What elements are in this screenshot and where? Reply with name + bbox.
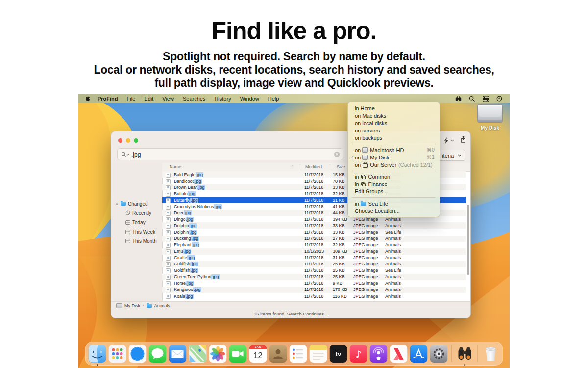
dock-icon-calendar[interactable]: JAN12: [249, 345, 267, 363]
zoom-button[interactable]: [134, 138, 138, 143]
dock-icon-profind[interactable]: [456, 345, 474, 363]
search-input-value[interactable]: .jpg: [131, 151, 141, 158]
dock-icon-safari[interactable]: [129, 345, 147, 363]
hero-title: Find like a pro.: [0, 17, 588, 45]
folder-icon: [361, 202, 366, 206]
profind-status-icon[interactable]: [455, 95, 462, 102]
dock-icon-tv[interactable]: tv: [330, 345, 347, 363]
apple-menu-icon[interactable]: [84, 95, 90, 102]
menu-item-mac-disks[interactable]: on Mac disks: [348, 112, 440, 119]
dock-icon-settings[interactable]: [430, 345, 448, 363]
table-row[interactable]: Emu.jpg 10/1/2023 309 KB JPEG image Anim…: [162, 248, 466, 255]
menu-item-finance[interactable]: in Finance: [348, 181, 440, 188]
dock-icon-appstore[interactable]: [410, 345, 428, 363]
desktop-disk-mydisk[interactable]: My Disk: [474, 104, 506, 131]
sidebar-item-recently[interactable]: Recently: [125, 210, 151, 216]
table-row[interactable]: Dolphin.jpg 11/7/2018 33 KB JPEG image A…: [162, 222, 466, 229]
col-header-name[interactable]: Name: [170, 164, 181, 169]
sidebar-item-this-month[interactable]: This Month: [125, 237, 156, 244]
sidebar-item-today[interactable]: Today: [125, 219, 146, 226]
table-row[interactable]: Elephant.jpg 11/7/2018 32 KB JPEG image …: [162, 242, 466, 248]
disclosure-chevron-icon[interactable]: ▼: [115, 202, 119, 205]
table-row[interactable]: Duckling.jpg 11/7/2018 27 KB JPEG image …: [162, 236, 466, 242]
menu-item-common[interactable]: in Common: [348, 173, 440, 181]
menubar-item-window[interactable]: Window: [236, 96, 264, 102]
col-header-size[interactable]: Size: [337, 164, 345, 169]
minimize-button[interactable]: [126, 138, 130, 143]
scrollbar-thumb[interactable]: [467, 205, 469, 275]
menu-item-macintosh-hd[interactable]: on Macintosh HD ⌘0: [348, 146, 440, 154]
menu-item-backups[interactable]: on backups: [348, 134, 440, 142]
path-item[interactable]: Animals: [154, 303, 170, 308]
menubar-item-view[interactable]: View: [158, 96, 178, 102]
traffic-lights: [118, 138, 138, 143]
sort-ascending-icon[interactable]: ⌃: [291, 164, 294, 169]
spotlight-icon[interactable]: [468, 95, 475, 102]
col-header-modified[interactable]: Modified: [305, 164, 322, 169]
menubar-item-searches[interactable]: Searches: [178, 96, 210, 102]
control-center-icon[interactable]: [482, 95, 489, 102]
hero-subtitle-line2: Local or network disks, recent locations…: [0, 63, 588, 77]
dock-icon-photos[interactable]: [209, 345, 227, 363]
dock-icon-maps[interactable]: [189, 345, 207, 363]
dock-icon-trash[interactable]: [482, 345, 500, 363]
menubar-item-file[interactable]: File: [122, 96, 140, 102]
calendar-month-label: JAN: [249, 345, 267, 349]
dock-icon-contacts[interactable]: [270, 345, 287, 363]
menu-item-local-disks[interactable]: on local disks: [348, 119, 440, 127]
disk-icon: [362, 147, 368, 153]
hero-section: Find like a pro. Spotlight not required.…: [0, 17, 588, 90]
menu-item-our-server[interactable]: on Our Server (Cached 12/1): [348, 161, 440, 168]
table-row[interactable]: Green Tree Python.jpg 11/7/2018 25 KB JP…: [162, 274, 466, 280]
menu-item-choose-location-[interactable]: Choose Location...: [348, 207, 440, 214]
clear-search-icon[interactable]: ✕: [334, 152, 340, 157]
menubar-item-edit[interactable]: Edit: [140, 96, 158, 102]
jpeg-file-icon: [166, 262, 171, 267]
table-row[interactable]: Dolphin.jpg 11/7/2018 33 KB JPEG image S…: [162, 229, 466, 235]
table-row[interactable]: Giraffe.jpg 11/7/2018 31 KB JPEG image A…: [162, 255, 466, 261]
menu-item-home[interactable]: in Home: [348, 105, 440, 112]
dock-icon-messages[interactable]: [149, 345, 167, 363]
table-row[interactable]: Horse.jpg 11/7/2018 9 KB JPEG image Anim…: [162, 280, 466, 287]
dock-icon-news[interactable]: [390, 345, 408, 363]
running-indicator-dot: [464, 364, 466, 366]
menubar-item-help[interactable]: Help: [264, 96, 284, 102]
search-icon[interactable]: [121, 152, 129, 157]
table-row[interactable]: Kangaroo.jpg 11/7/2018 170 KB JPEG image…: [162, 287, 466, 293]
dock-icon-launchpad[interactable]: [109, 345, 126, 363]
jpeg-file-icon: [166, 237, 171, 241]
dock-icon-notes[interactable]: [310, 345, 327, 363]
close-button[interactable]: [118, 138, 122, 143]
calendar-icon: [125, 239, 130, 243]
sidebar-item-changed[interactable]: ▼Changed: [115, 200, 148, 207]
dock-icon-reminders[interactable]: [290, 345, 307, 363]
menu-item-servers[interactable]: on servers: [348, 127, 440, 134]
sidebar-item-this-week[interactable]: This Week: [125, 228, 155, 235]
menu-item-sea-life[interactable]: in Sea Life: [348, 200, 440, 207]
menu-item-my-disk[interactable]: ✓ on My Disk ⌘1: [348, 154, 440, 161]
menu-separator: [352, 144, 436, 144]
dock-icon-facetime[interactable]: [229, 345, 247, 363]
menubar-app-name[interactable]: ProFind: [93, 96, 122, 102]
search-field[interactable]: .jpg ✕: [117, 148, 343, 160]
share-button[interactable]: [460, 135, 466, 145]
dock-icon-finder[interactable]: [89, 345, 106, 363]
dock-icon-mail[interactable]: [169, 345, 187, 363]
dock-icon-podcasts[interactable]: [370, 345, 388, 363]
svg-text:tv: tv: [336, 350, 342, 358]
status-bar: 36 items found. Search Continues...: [111, 309, 470, 318]
menubar-item-history[interactable]: History: [210, 96, 235, 102]
menu-item-edit-groups-[interactable]: Edit Groups...: [348, 188, 440, 195]
dock-icon-music[interactable]: ♪: [350, 345, 368, 363]
clock-icon[interactable]: [496, 95, 503, 102]
path-item[interactable]: My Disk: [124, 303, 140, 308]
table-row[interactable]: Goldfish.jpg 11/7/2018 25 KB JPEG image …: [162, 261, 466, 267]
jpeg-file-icon: [166, 179, 171, 184]
table-row[interactable]: Koala.jpg 11/7/2018 116 KB JPEG image An…: [162, 293, 466, 299]
disk-icon: [362, 155, 368, 160]
jpeg-file-icon: [166, 217, 171, 222]
jpeg-file-icon: [166, 249, 171, 254]
actions-button[interactable]: [443, 137, 454, 144]
table-row[interactable]: Goldfish.jpg 11/7/2018 25 KB JPEG image …: [162, 267, 466, 274]
calendar-day-label: 12: [249, 349, 267, 362]
